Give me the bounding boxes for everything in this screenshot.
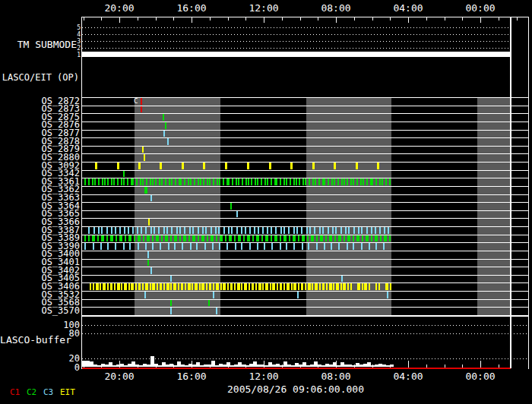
event-tick bbox=[168, 243, 169, 250]
time-label-top: 04:00 bbox=[385, 2, 431, 14]
event-tick bbox=[230, 203, 232, 210]
event-tick bbox=[312, 163, 315, 169]
event-tick bbox=[353, 227, 355, 234]
event-tick bbox=[384, 227, 385, 234]
event-tick bbox=[248, 178, 249, 185]
event-tick bbox=[98, 227, 100, 234]
event-tick bbox=[220, 283, 222, 290]
event-tick bbox=[171, 227, 173, 234]
tm-ytick-label: 1 bbox=[0, 52, 81, 58]
event-tick bbox=[334, 235, 336, 242]
event-tick bbox=[375, 283, 377, 290]
event-tick bbox=[324, 178, 325, 185]
buffer-axis-tick bbox=[408, 361, 409, 368]
event-tick bbox=[379, 178, 381, 185]
event-tick bbox=[334, 163, 336, 169]
legend-item-c2: C2 bbox=[27, 387, 36, 397]
event-tick bbox=[309, 227, 311, 234]
event-tick bbox=[207, 235, 208, 242]
event-tick bbox=[323, 283, 325, 290]
event-tick bbox=[203, 163, 205, 169]
event-tick bbox=[340, 235, 341, 242]
legend-item-eit: EIT bbox=[60, 387, 75, 397]
event-tick bbox=[350, 178, 352, 185]
event-tick bbox=[196, 283, 198, 290]
buffer-gridline bbox=[82, 325, 527, 326]
event-tick bbox=[371, 235, 372, 242]
event-tick bbox=[231, 227, 233, 234]
event-tick bbox=[128, 283, 130, 290]
event-tick bbox=[169, 178, 170, 185]
time-label-top: 20:00 bbox=[97, 2, 142, 14]
event-tick bbox=[117, 163, 119, 169]
event-tick bbox=[363, 178, 364, 185]
row-separator bbox=[82, 202, 528, 203]
event-tick bbox=[372, 178, 373, 185]
event-tick bbox=[170, 300, 172, 307]
top-axis-tick bbox=[156, 17, 157, 21]
event-tick bbox=[152, 235, 154, 242]
event-tick bbox=[141, 106, 142, 113]
event-tick bbox=[360, 178, 362, 185]
event-tick bbox=[97, 283, 99, 290]
event-tick bbox=[302, 283, 303, 290]
event-tick bbox=[283, 227, 285, 234]
event-tick bbox=[190, 178, 192, 185]
event-tick bbox=[286, 178, 287, 185]
event-tick bbox=[288, 227, 290, 234]
event-tick bbox=[322, 227, 324, 234]
event-tick bbox=[267, 235, 268, 242]
event-tick bbox=[170, 283, 172, 290]
event-tick bbox=[216, 235, 217, 242]
event-tick bbox=[245, 227, 246, 234]
event-tick bbox=[347, 178, 348, 185]
top-axis-tick bbox=[84, 17, 84, 21]
event-tick bbox=[267, 178, 268, 185]
event-tick bbox=[274, 178, 276, 185]
event-tick bbox=[332, 227, 334, 234]
event-tick bbox=[319, 227, 321, 234]
event-tick bbox=[114, 283, 116, 290]
event-tick bbox=[356, 163, 358, 169]
top-axis-tick bbox=[282, 17, 283, 21]
top-axis-tick bbox=[173, 17, 174, 21]
event-tick bbox=[249, 243, 251, 250]
event-tick bbox=[331, 178, 333, 185]
event-tick bbox=[107, 283, 109, 290]
event-tick bbox=[147, 283, 148, 290]
row-separator bbox=[82, 291, 528, 292]
event-tick bbox=[305, 178, 306, 185]
event-tick bbox=[104, 283, 106, 290]
top-axis-tick bbox=[192, 17, 192, 23]
event-tick bbox=[262, 227, 264, 234]
row-separator bbox=[82, 267, 528, 267]
event-tick bbox=[137, 227, 138, 234]
buffer-axis-tick bbox=[119, 361, 120, 368]
top-axis-tick bbox=[408, 17, 409, 23]
event-tick bbox=[144, 292, 146, 298]
time-label-bottom: 12:00 bbox=[241, 371, 287, 382]
event-tick bbox=[378, 283, 380, 290]
event-tick bbox=[150, 267, 152, 274]
event-tick bbox=[115, 227, 116, 234]
event-tick bbox=[362, 235, 363, 242]
event-tick bbox=[113, 178, 115, 185]
event-tick bbox=[100, 283, 101, 290]
top-axis-tick bbox=[517, 17, 518, 21]
event-tick bbox=[312, 283, 313, 290]
row-label: OS_3570 bbox=[0, 308, 80, 315]
event-tick bbox=[299, 178, 300, 185]
event-tick bbox=[385, 178, 387, 185]
event-tick bbox=[139, 235, 141, 242]
event-tick bbox=[375, 178, 377, 185]
event-tick bbox=[190, 243, 192, 250]
legend-item-c3: C3 bbox=[43, 387, 53, 397]
row-separator bbox=[82, 307, 528, 308]
event-tick bbox=[199, 283, 201, 290]
event-tick bbox=[289, 235, 290, 242]
event-tick bbox=[312, 178, 314, 185]
event-tick bbox=[290, 163, 293, 169]
event-tick bbox=[307, 235, 309, 242]
event-tick bbox=[125, 283, 127, 290]
right-frame bbox=[528, 17, 529, 369]
